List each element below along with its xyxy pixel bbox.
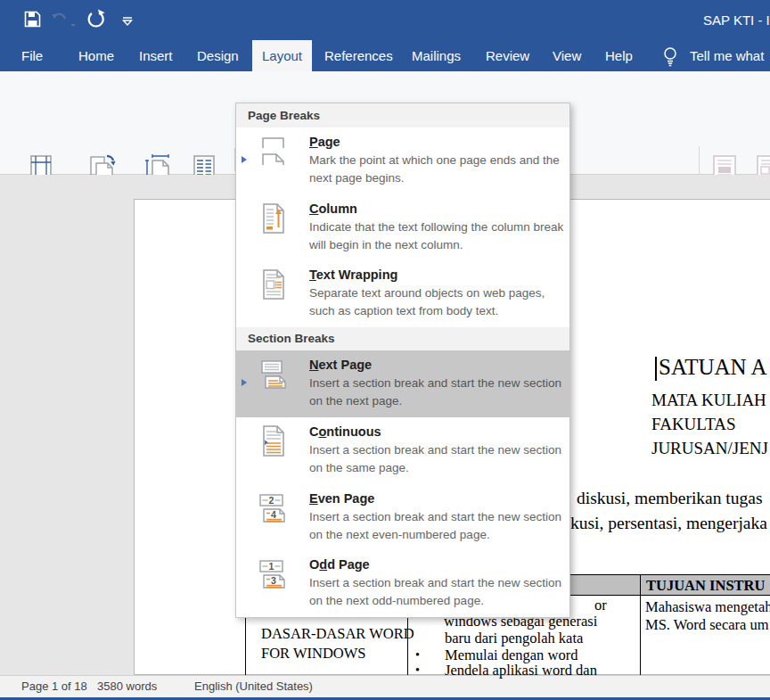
text-cursor (655, 357, 657, 381)
doc-subhead-3: JURUSAN/JENJ (651, 439, 768, 458)
doc-subhead-2: FAKULTAS (651, 415, 736, 434)
tab-insert[interactable]: Insert (139, 40, 173, 71)
ribbon-tab-row: File Home Insert Design Layout Reference… (0, 40, 770, 71)
table-border (640, 574, 641, 675)
menu-item-title: Next Page (309, 358, 569, 372)
bullet-icon: • (415, 663, 420, 678)
column-break-icon (250, 200, 297, 239)
undo-dropdown-caret-icon (70, 18, 76, 34)
status-word-count[interactable]: 3580 words (97, 679, 157, 693)
tab-home[interactable]: Home (78, 40, 114, 71)
table-col4-line1: Mahasiswa mengetah (645, 598, 770, 616)
table-col3-fragment: or (594, 597, 607, 614)
menu-item-desc: Insert a section break and start the new… (309, 375, 569, 410)
item-arrow-icon (242, 156, 250, 163)
tab-design[interactable]: Design (197, 40, 239, 71)
menu-section-header-section-breaks: Section Breaks (236, 327, 569, 350)
tab-layout[interactable]: Layout (252, 40, 312, 71)
customize-qat-icon[interactable] (121, 14, 134, 30)
title-bar: SAP KTI - IT (0, 0, 770, 40)
table-col2-line1: DASAR-DASAR WORD (261, 625, 414, 643)
tab-review[interactable]: Review (486, 40, 529, 71)
menu-item-title: Even Page (309, 491, 569, 506)
tab-help[interactable]: Help (605, 40, 633, 71)
bullet-icon: • (415, 648, 420, 663)
menu-item-title: Odd Page (309, 557, 569, 572)
svg-text:3: 3 (271, 575, 276, 586)
doc-subhead-1: MATA KULIAH (651, 391, 766, 410)
menu-item-even-page[interactable]: 2 4 Even Page Insert a section break and… (236, 484, 569, 551)
doc-body-line-2: kusi, persentasi, mengerjaka (570, 514, 767, 533)
even-page-break-icon: 2 4 (250, 490, 297, 529)
table-col2-line2: FOR WINDOWS (261, 645, 366, 663)
menu-section-header-page-breaks: Page Breaks (236, 103, 569, 128)
table-col3-line4: Jendela aplikasi word dan (445, 662, 597, 679)
tell-me-box[interactable]: Tell me what (690, 40, 764, 71)
table-col3-line2: baru dari pengolah kata (445, 630, 583, 647)
svg-text:1: 1 (269, 561, 274, 572)
next-page-break-icon (250, 356, 297, 395)
menu-item-title: Text Wrapping (309, 268, 569, 282)
tab-file[interactable]: File (21, 40, 43, 71)
undo-icon (51, 12, 70, 31)
tab-mailings[interactable]: Mailings (412, 40, 461, 71)
menu-item-text-wrapping[interactable]: Text Wrapping Separate text around objec… (236, 260, 569, 327)
doc-heading: SATUAN A (659, 355, 767, 380)
menu-item-next-page[interactable]: Next Page Insert a section break and sta… (236, 350, 569, 417)
menu-item-desc: Insert a section break and start the new… (309, 441, 569, 477)
menu-item-desc: Insert a section break and start the new… (309, 508, 569, 544)
page-break-icon (250, 133, 297, 172)
menu-item-odd-page[interactable]: 1 3 Odd Page Insert a section break and … (236, 550, 569, 617)
menu-item-desc: Separate text around objects on web page… (309, 284, 569, 320)
tab-view[interactable]: View (553, 40, 581, 71)
repeat-icon[interactable] (86, 9, 106, 33)
item-arrow-icon (242, 379, 250, 386)
status-language[interactable]: English (United States) (194, 679, 313, 693)
menu-item-column[interactable]: Column Indicate that the text following … (236, 194, 569, 261)
window-title: SAP KTI - IT (703, 12, 770, 28)
save-icon[interactable] (23, 10, 42, 32)
menu-item-desc: Mark the point at which one page ends an… (309, 152, 569, 187)
tab-references[interactable]: References (324, 40, 393, 71)
menu-item-continuous[interactable]: Continuous Insert a section break and st… (236, 417, 569, 484)
svg-text:2: 2 (269, 495, 274, 506)
table-col4-line2: MS. Word secara um (645, 616, 769, 634)
menu-item-desc: Insert a section break and start the new… (309, 574, 569, 610)
continuous-break-icon (250, 423, 297, 462)
word-application-window: SAP KTI - IT File Home Insert Design Lay… (0, 0, 770, 700)
menu-item-title: Column (309, 202, 569, 216)
menu-item-page[interactable]: Page Mark the point at which one page en… (236, 128, 569, 194)
status-bar: Page 1 of 18 3580 words English (United … (0, 675, 770, 697)
status-page-count[interactable]: Page 1 of 18 (21, 679, 87, 693)
doc-body-line-1: diskusi, memberikan tugas (577, 489, 763, 508)
menu-item-title: Continuous (309, 424, 569, 439)
table-header-col4: TUJUAN INSTRU (646, 577, 765, 595)
svg-text:4: 4 (271, 508, 276, 519)
odd-page-break-icon: 1 3 (250, 556, 297, 595)
menu-item-title: Page (309, 135, 569, 149)
breaks-dropdown-menu: Page Breaks Page Mark the point at which… (235, 103, 570, 618)
lightbulb-icon (661, 45, 679, 67)
text-wrapping-break-icon (250, 266, 297, 305)
menu-item-desc: Indicate that the text following the col… (309, 218, 569, 254)
